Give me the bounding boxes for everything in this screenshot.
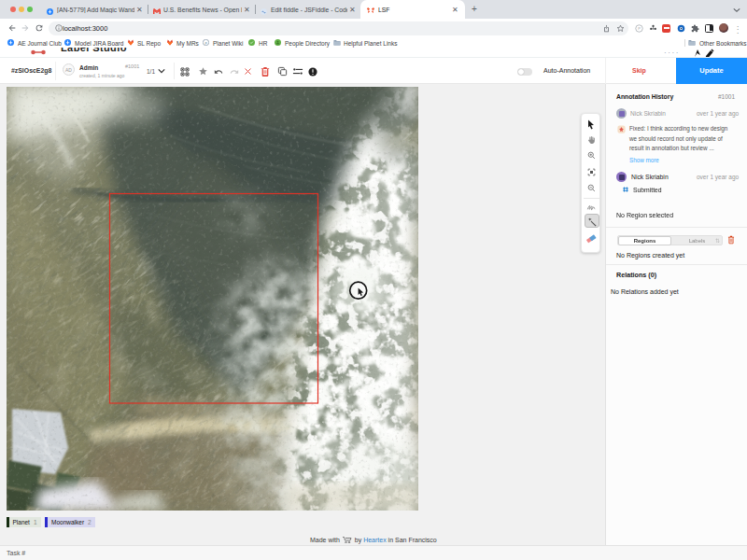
svg-text:p: p [204,40,207,45]
svg-text:P: P [638,26,641,31]
